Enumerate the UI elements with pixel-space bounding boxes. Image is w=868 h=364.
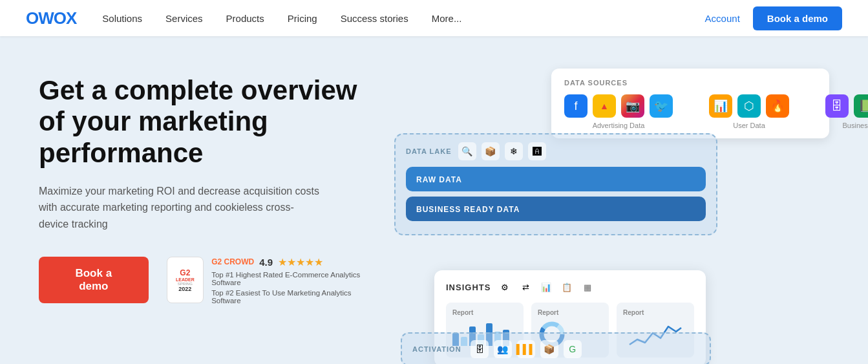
account-link[interactable]: Account — [705, 13, 740, 24]
act-cube-icon: 📦 — [540, 340, 558, 358]
dl-aws-icon: 🅰 — [528, 142, 546, 160]
g2-leader-text: Leader — [176, 277, 195, 282]
dl-title-row: DATA LAKE 🔍 📦 ❄ 🅰 — [406, 142, 706, 160]
nav-solutions[interactable]: Solutions — [102, 13, 142, 24]
insights-grid-icon: ⚙ — [497, 279, 513, 295]
report-label-1: Report — [452, 309, 517, 316]
dl-storage-icon: 📦 — [482, 142, 500, 160]
database-icon: 🗄 — [825, 94, 849, 118]
act-db-icon: 🗄 — [471, 340, 489, 358]
hero-subtitle: Maximize your marketing ROI and decrease… — [39, 183, 323, 233]
g2-line2: Top #2 Easiest To Use Marketing Analytic… — [211, 289, 375, 305]
insights-flow-icon: ⇄ — [518, 279, 533, 295]
hex-icon: ⬡ — [737, 94, 761, 118]
g2-stars: ★★★★★ — [278, 256, 323, 268]
act-users-icon: 👥 — [494, 340, 512, 358]
nav-book-demo-button[interactable]: Book a demo — [753, 6, 842, 30]
g2-info: G2 CROWD 4.9 ★★★★★ Top #1 Highest Rated … — [211, 256, 375, 305]
act-bars-icon: ▌▌▌ — [517, 340, 535, 358]
fire-icon: 🔥 — [766, 94, 789, 118]
report-label-2: Report — [538, 309, 602, 316]
hero-title: Get a complete overview of your marketin… — [39, 75, 375, 169]
g2-year-text: 2022 — [178, 286, 191, 292]
nav-success-stories[interactable]: Success stories — [341, 13, 408, 24]
dl-title: DATA LAKE — [406, 147, 452, 155]
raw-data-label: RAW DATA — [416, 175, 462, 184]
advertising-data-group: f ▲ 📷 🐦 Advertising Data — [564, 94, 673, 129]
advertising-data-label: Advertising Data — [593, 122, 645, 129]
business-ready-label: BUSINESS READY DATA — [416, 205, 520, 214]
hero-diagram: DATA SOURCES f ▲ 📷 🐦 Advertising Data — [401, 69, 829, 364]
dl-snowflake-icon: ❄ — [505, 142, 523, 160]
g2-leader-badge: G2 Leader SPRING 2022 — [167, 257, 204, 303]
activation-panel: ACTIVATION 🗄 👥 ▌▌▌ 📦 G — [401, 332, 711, 364]
nav-more[interactable]: More... — [432, 13, 462, 24]
data-sources-title: DATA SOURCES — [564, 79, 816, 87]
insights-table-icon: ▦ — [580, 279, 595, 295]
user-data-label: User Data — [733, 122, 765, 129]
nav-products[interactable]: Products — [226, 13, 264, 24]
insights-title-row: INSIGHTS ⚙ ⇄ 📊 📋 ▦ — [446, 279, 694, 295]
hero-actions: Book a demo G2 Leader SPRING 2022 G2 CRO… — [39, 256, 375, 305]
g2-score: 4.9 — [259, 257, 273, 268]
data-lake-panel: DATA LAKE 🔍 📦 ❄ 🅰 RAW DATA BUSINESS READ… — [394, 133, 717, 235]
raw-data-card: RAW DATA — [406, 167, 706, 191]
g2-icon: G2 — [180, 268, 190, 277]
insights-title: INSIGHTS — [446, 283, 491, 292]
ds-icons-row: f ▲ 📷 🐦 Advertising Data 📊 ⬡ 🔥 User — [564, 94, 816, 129]
google-ads-icon: ▲ — [593, 94, 616, 118]
nav-services[interactable]: Services — [165, 13, 203, 24]
data-sources-card: DATA SOURCES f ▲ 📷 🐦 Advertising Data — [551, 69, 829, 138]
sheets-icon: 📗 — [854, 94, 868, 118]
insights-chart-icon: 📊 — [538, 279, 554, 295]
report-label-3: Report — [623, 309, 688, 316]
user-data-group: 📊 ⬡ 🔥 User Data — [709, 94, 789, 129]
brand-logo[interactable]: OWOX — [26, 8, 76, 28]
nav-right: Account Book a demo — [705, 6, 842, 30]
insights-sheets-icon: 📋 — [559, 279, 575, 295]
twitter-icon: 🐦 — [650, 94, 673, 118]
nav-links: Solutions Services Products Pricing Succ… — [102, 13, 704, 24]
business-data-label: Business Data — [843, 122, 868, 129]
nav-pricing[interactable]: Pricing — [288, 13, 317, 24]
navbar: OWOX Solutions Services Products Pricing… — [0, 0, 868, 36]
insights-icons: ⚙ ⇄ 📊 📋 ▦ — [497, 279, 595, 295]
hero-left: Get a complete overview of your marketin… — [39, 69, 375, 305]
hero-section: Get a complete overview of your marketin… — [0, 36, 868, 364]
business-ready-card: BUSINESS READY DATA — [406, 197, 706, 221]
activation-icons: 🗄 👥 ▌▌▌ 📦 G — [471, 340, 582, 358]
g2-badge: G2 Leader SPRING 2022 G2 CROWD 4.9 ★★★★★… — [167, 256, 375, 305]
dl-icons-row: 🔍 📦 ❄ 🅰 — [458, 142, 546, 160]
activation-title: ACTIVATION — [412, 345, 461, 353]
g2-crowd-row: G2 CROWD 4.9 ★★★★★ — [211, 256, 375, 268]
dl-search-icon: 🔍 — [458, 142, 476, 160]
g2-line1: Top #1 Highest Rated E-Commerce Analytic… — [211, 271, 375, 286]
instagram-icon: 📷 — [621, 94, 644, 118]
facebook-icon: f — [564, 94, 587, 118]
business-data-group: 🗄 📗 ☁ Business Data — [825, 94, 868, 129]
g2-crowd-logo: G2 CROWD — [211, 257, 254, 266]
analytics-icon: 📊 — [709, 94, 732, 118]
act-google-icon: G — [564, 340, 582, 358]
hero-book-demo-button[interactable]: Book a demo — [39, 257, 149, 303]
